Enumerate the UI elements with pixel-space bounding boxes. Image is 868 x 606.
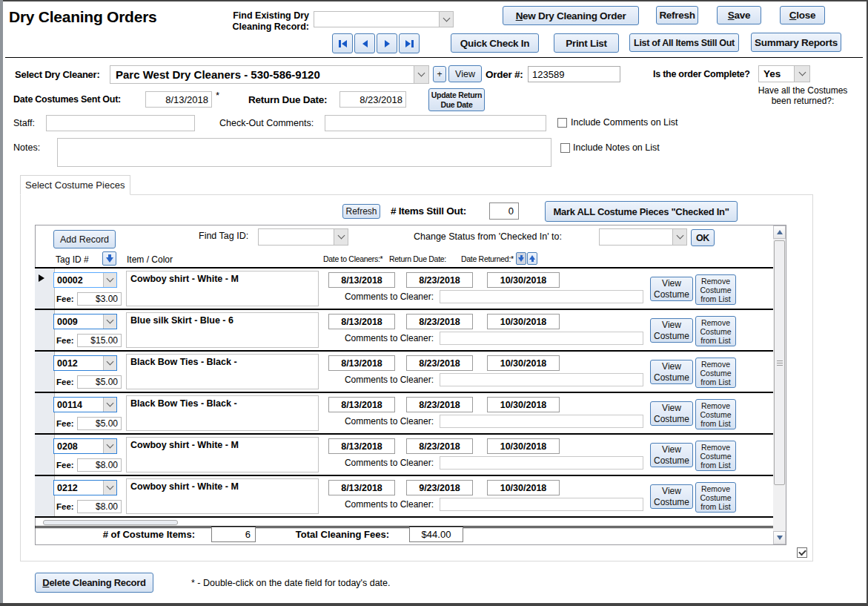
comments-to-cleaner-input[interactable] xyxy=(440,332,643,345)
order-number-input[interactable]: 123589 xyxy=(528,66,620,82)
dry-cleaner-combo[interactable]: Parc West Dry Cleaners - 530-586-9120 xyxy=(110,65,429,84)
chevron-down-icon[interactable] xyxy=(103,481,116,495)
date-returned-sort-asc-button[interactable] xyxy=(527,252,537,265)
chevron-down-icon[interactable] xyxy=(439,12,453,27)
pieces-refresh-button[interactable]: Refresh xyxy=(342,204,380,219)
date-to-cleaners-input[interactable]: 8/13/2018 xyxy=(328,480,395,495)
chevron-down-icon[interactable] xyxy=(103,398,116,412)
ok-button[interactable]: OK xyxy=(691,229,715,246)
return-due-date-input[interactable]: 8/23/2018 xyxy=(406,438,473,454)
item-color-input[interactable]: Cowboy shirt - White - M xyxy=(126,437,319,472)
summary-reports-button[interactable]: Summary Reports xyxy=(751,33,841,52)
chevron-down-icon[interactable] xyxy=(103,314,116,329)
view-costume-button[interactable]: View Costume xyxy=(650,318,693,343)
refresh-button[interactable]: Refresh xyxy=(656,6,698,24)
panel-checkbox[interactable] xyxy=(797,547,807,558)
comments-to-cleaner-input[interactable] xyxy=(440,415,643,428)
tag-id-combo[interactable]: 0012 xyxy=(53,355,117,371)
fee-input[interactable]: $8.00 xyxy=(77,458,122,472)
return-due-date-input[interactable]: 8/23/2018 xyxy=(406,314,473,329)
delete-record-button[interactable]: Delete Cleaning Record xyxy=(35,573,153,593)
update-return-due-date-button[interactable]: Update Return Due Date xyxy=(428,88,485,111)
notes-input[interactable] xyxy=(57,138,551,167)
tag-id-combo[interactable]: 0212 xyxy=(53,480,117,495)
new-order-button[interactable]: New Dry Cleaning Order xyxy=(503,6,639,25)
remove-costume-button[interactable]: Remove Costume from List xyxy=(695,441,736,471)
record-selector[interactable] xyxy=(35,393,55,433)
list-all-items-button[interactable]: List of All Items Still Out xyxy=(629,33,739,52)
comments-to-cleaner-input[interactable] xyxy=(440,456,643,470)
checkout-comments-input[interactable] xyxy=(325,115,546,131)
tag-id-combo[interactable]: 0208 xyxy=(53,438,117,454)
date-returned-input[interactable]: 10/30/2018 xyxy=(487,397,560,412)
sort-tag-button[interactable] xyxy=(102,251,116,266)
date-to-cleaners-input[interactable]: 8/13/2018 xyxy=(328,314,395,329)
date-to-cleaners-input[interactable]: 8/13/2018 xyxy=(328,438,395,454)
v-scrollbar-down-button[interactable] xyxy=(773,531,786,544)
find-existing-combo[interactable] xyxy=(314,11,454,27)
tag-id-combo[interactable]: 00114 xyxy=(53,397,117,412)
items-still-out-input[interactable]: 0 xyxy=(489,202,519,220)
item-color-input[interactable]: Black Bow Ties - Black - xyxy=(126,395,319,431)
view-costume-button[interactable]: View Costume xyxy=(650,360,693,384)
remove-costume-button[interactable]: Remove Costume from List xyxy=(695,482,736,513)
order-complete-combo[interactable]: Yes xyxy=(758,65,810,82)
fee-input[interactable]: $3.00 xyxy=(77,292,122,306)
record-selector[interactable] xyxy=(35,476,55,516)
chevron-down-icon[interactable] xyxy=(334,229,348,245)
v-scrollbar-up-button[interactable] xyxy=(773,225,786,239)
view-cleaner-button[interactable]: View xyxy=(448,65,482,82)
remove-costume-button[interactable]: Remove Costume from List xyxy=(695,274,736,305)
remove-costume-button[interactable]: Remove Costume from List xyxy=(695,316,736,346)
tag-id-combo[interactable]: 00002 xyxy=(53,272,117,288)
item-color-input[interactable]: Blue silk Skirt - Blue - 6 xyxy=(126,312,319,348)
fee-input[interactable]: $15.00 xyxy=(77,334,122,347)
date-sent-input[interactable]: 8/13/2018 xyxy=(145,91,212,108)
change-status-combo[interactable] xyxy=(599,228,687,246)
nav-last-button[interactable] xyxy=(399,33,420,53)
date-returned-input[interactable]: 10/30/2018 xyxy=(487,438,560,454)
return-due-input[interactable]: 8/23/2018 xyxy=(339,91,406,108)
return-due-date-input[interactable]: 8/23/2018 xyxy=(406,355,473,371)
include-notes-checkbox[interactable] xyxy=(560,143,570,153)
fee-input[interactable]: $5.00 xyxy=(77,417,122,430)
tab-select-costume-pieces[interactable]: Select Costume Pieces xyxy=(20,175,130,195)
mark-all-checked-in-button[interactable]: Mark ALL Costume Pieces "Checked In" xyxy=(545,201,738,222)
add-record-button[interactable]: Add Record xyxy=(53,230,116,248)
chevron-down-icon[interactable] xyxy=(103,439,116,453)
v-scrollbar-thumb[interactable] xyxy=(774,240,785,485)
date-to-cleaners-input[interactable]: 8/13/2018 xyxy=(328,272,395,288)
view-costume-button[interactable]: View Costume xyxy=(650,401,693,426)
close-button[interactable]: Close xyxy=(780,6,825,24)
tag-id-combo[interactable]: 0009 xyxy=(53,314,117,329)
item-color-input[interactable]: Cowboy shirt - White - M xyxy=(126,271,319,306)
print-list-button[interactable]: Print List xyxy=(554,33,619,53)
fee-input[interactable]: $5.00 xyxy=(77,375,122,389)
chevron-down-icon[interactable] xyxy=(794,66,809,82)
view-costume-button[interactable]: View Costume xyxy=(650,443,693,467)
find-tag-id-combo[interactable] xyxy=(258,228,348,246)
date-returned-sort-desc-button[interactable] xyxy=(516,252,526,265)
record-selector[interactable] xyxy=(35,269,55,309)
view-costume-button[interactable]: View Costume xyxy=(650,484,693,509)
record-selector[interactable] xyxy=(35,310,55,350)
date-returned-input[interactable]: 10/30/2018 xyxy=(487,355,560,371)
chevron-down-icon[interactable] xyxy=(672,229,686,245)
include-comments-checkbox[interactable] xyxy=(557,118,567,128)
comments-to-cleaner-input[interactable] xyxy=(440,373,643,386)
nav-next-button[interactable] xyxy=(377,33,397,53)
record-selector[interactable] xyxy=(35,352,55,392)
remove-costume-button[interactable]: Remove Costume from List xyxy=(695,358,736,388)
return-due-date-input[interactable]: 8/23/2018 xyxy=(406,397,473,412)
chevron-down-icon[interactable] xyxy=(103,356,116,370)
comments-to-cleaner-input[interactable] xyxy=(440,290,643,303)
date-returned-input[interactable]: 10/30/2018 xyxy=(487,314,560,329)
date-returned-input[interactable]: 10/30/2018 xyxy=(487,480,560,495)
return-due-date-input[interactable]: 8/23/2018 xyxy=(406,272,473,288)
remove-costume-button[interactable]: Remove Costume from List xyxy=(695,399,736,429)
item-color-input[interactable]: Cowboy shirt - White - M xyxy=(126,478,319,514)
nav-first-button[interactable] xyxy=(332,33,353,53)
staff-input[interactable] xyxy=(46,115,195,131)
save-button[interactable]: Save xyxy=(717,6,761,24)
item-color-input[interactable]: Black Bow Ties - Black - xyxy=(126,354,319,389)
